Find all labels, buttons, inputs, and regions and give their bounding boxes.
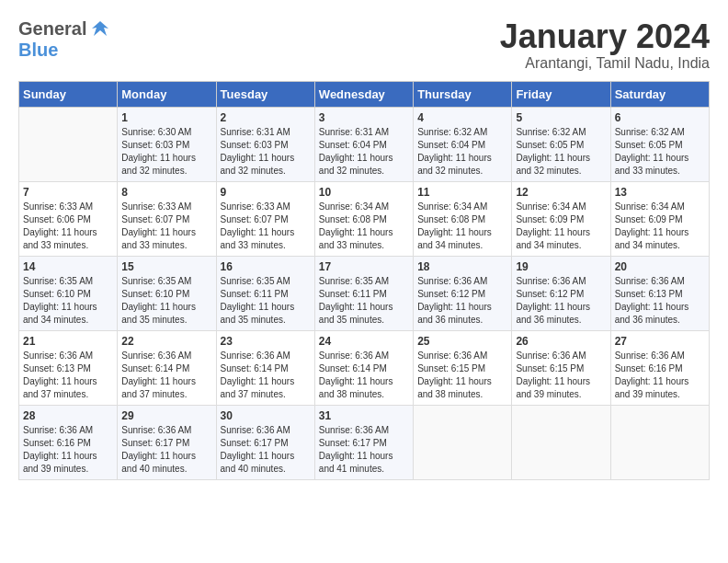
- day-info: Sunrise: 6:36 AMSunset: 6:15 PMDaylight:…: [417, 350, 507, 401]
- day-number: 30: [221, 409, 311, 422]
- day-info: Sunrise: 6:32 AMSunset: 6:05 PMDaylight:…: [516, 126, 606, 178]
- calendar-cell: 11Sunrise: 6:34 AMSunset: 6:08 PMDayligh…: [414, 181, 512, 256]
- day-number: 16: [221, 260, 311, 273]
- day-info: Sunrise: 6:34 AMSunset: 6:08 PMDaylight:…: [319, 201, 409, 252]
- day-number: 17: [319, 260, 409, 273]
- calendar-cell: 24Sunrise: 6:36 AMSunset: 6:14 PMDayligh…: [314, 330, 413, 405]
- calendar-header-row: SundayMondayTuesdayWednesdayThursdayFrid…: [19, 81, 710, 107]
- calendar-cell: 13Sunrise: 6:34 AMSunset: 6:09 PMDayligh…: [610, 181, 709, 256]
- day-number: 5: [516, 111, 606, 124]
- calendar-cell: 6Sunrise: 6:32 AMSunset: 6:05 PMDaylight…: [610, 107, 709, 181]
- day-info: Sunrise: 6:36 AMSunset: 6:17 PMDaylight:…: [319, 424, 409, 476]
- calendar-title-area: January 2024 Arantangi, Tamil Nadu, Indi…: [500, 18, 710, 72]
- calendar-cell: 26Sunrise: 6:36 AMSunset: 6:15 PMDayligh…: [512, 330, 610, 405]
- calendar-week-row: 7Sunrise: 6:33 AMSunset: 6:06 PMDaylight…: [19, 181, 710, 256]
- calendar-table: SundayMondayTuesdayWednesdayThursdayFrid…: [18, 81, 710, 480]
- calendar-cell: 30Sunrise: 6:36 AMSunset: 6:17 PMDayligh…: [216, 405, 314, 479]
- day-info: Sunrise: 6:36 AMSunset: 6:14 PMDaylight:…: [221, 350, 311, 401]
- calendar-cell: 29Sunrise: 6:36 AMSunset: 6:17 PMDayligh…: [118, 405, 216, 479]
- day-info: Sunrise: 6:33 AMSunset: 6:07 PMDaylight:…: [121, 201, 211, 252]
- day-info: Sunrise: 6:36 AMSunset: 6:12 PMDaylight:…: [516, 275, 606, 327]
- calendar-cell: 31Sunrise: 6:36 AMSunset: 6:17 PMDayligh…: [314, 405, 413, 479]
- day-number: 3: [319, 111, 409, 124]
- day-number: 2: [221, 111, 311, 124]
- day-info: Sunrise: 6:36 AMSunset: 6:12 PMDaylight:…: [417, 275, 507, 327]
- day-number: 1: [121, 111, 211, 124]
- col-header-saturday: Saturday: [610, 81, 709, 107]
- day-info: Sunrise: 6:33 AMSunset: 6:06 PMDaylight:…: [23, 201, 113, 252]
- calendar-cell: 23Sunrise: 6:36 AMSunset: 6:14 PMDayligh…: [216, 330, 314, 405]
- day-number: 14: [23, 260, 113, 273]
- calendar-cell: 25Sunrise: 6:36 AMSunset: 6:15 PMDayligh…: [414, 330, 512, 405]
- calendar-cell: 27Sunrise: 6:36 AMSunset: 6:16 PMDayligh…: [610, 330, 709, 405]
- calendar-cell: 8Sunrise: 6:33 AMSunset: 6:07 PMDaylight…: [118, 181, 216, 256]
- day-info: Sunrise: 6:36 AMSunset: 6:14 PMDaylight:…: [121, 350, 211, 401]
- day-info: Sunrise: 6:34 AMSunset: 6:08 PMDaylight:…: [417, 201, 507, 252]
- day-info: Sunrise: 6:36 AMSunset: 6:14 PMDaylight:…: [319, 350, 409, 401]
- calendar-cell: [512, 405, 610, 479]
- day-info: Sunrise: 6:36 AMSunset: 6:16 PMDaylight:…: [615, 350, 705, 401]
- day-info: Sunrise: 6:36 AMSunset: 6:17 PMDaylight:…: [121, 424, 211, 476]
- day-info: Sunrise: 6:36 AMSunset: 6:13 PMDaylight:…: [615, 275, 705, 327]
- col-header-wednesday: Wednesday: [314, 81, 413, 107]
- day-info: Sunrise: 6:35 AMSunset: 6:10 PMDaylight:…: [23, 275, 113, 327]
- col-header-friday: Friday: [512, 81, 610, 107]
- day-number: 21: [23, 335, 113, 348]
- col-header-thursday: Thursday: [414, 81, 512, 107]
- day-number: 15: [121, 260, 211, 273]
- day-info: Sunrise: 6:32 AMSunset: 6:04 PMDaylight:…: [417, 126, 507, 178]
- calendar-cell: 16Sunrise: 6:35 AMSunset: 6:11 PMDayligh…: [216, 256, 314, 330]
- day-number: 24: [319, 335, 409, 348]
- calendar-cell: [610, 405, 709, 479]
- day-number: 27: [615, 335, 705, 348]
- day-info: Sunrise: 6:30 AMSunset: 6:03 PMDaylight:…: [121, 126, 211, 178]
- day-number: 12: [516, 186, 606, 199]
- page-header: General Blue January 2024 Arantangi, Tam…: [18, 18, 710, 72]
- day-info: Sunrise: 6:32 AMSunset: 6:05 PMDaylight:…: [615, 126, 705, 178]
- calendar-cell: 28Sunrise: 6:36 AMSunset: 6:16 PMDayligh…: [19, 405, 118, 479]
- calendar-cell: 10Sunrise: 6:34 AMSunset: 6:08 PMDayligh…: [314, 181, 413, 256]
- day-number: 20: [615, 260, 705, 273]
- day-info: Sunrise: 6:36 AMSunset: 6:15 PMDaylight:…: [516, 350, 606, 401]
- calendar-week-row: 14Sunrise: 6:35 AMSunset: 6:10 PMDayligh…: [19, 256, 710, 330]
- calendar-cell: 19Sunrise: 6:36 AMSunset: 6:12 PMDayligh…: [512, 256, 610, 330]
- day-number: 19: [516, 260, 606, 273]
- logo-bird-icon: [90, 19, 110, 40]
- calendar-cell: 9Sunrise: 6:33 AMSunset: 6:07 PMDaylight…: [216, 181, 314, 256]
- calendar-cell: 15Sunrise: 6:35 AMSunset: 6:10 PMDayligh…: [118, 256, 216, 330]
- calendar-cell: [19, 107, 118, 181]
- day-info: Sunrise: 6:36 AMSunset: 6:16 PMDaylight:…: [23, 424, 113, 476]
- day-info: Sunrise: 6:31 AMSunset: 6:03 PMDaylight:…: [221, 126, 311, 178]
- calendar-cell: 21Sunrise: 6:36 AMSunset: 6:13 PMDayligh…: [19, 330, 118, 405]
- calendar-cell: 3Sunrise: 6:31 AMSunset: 6:04 PMDaylight…: [314, 107, 413, 181]
- day-number: 28: [23, 409, 113, 422]
- day-info: Sunrise: 6:34 AMSunset: 6:09 PMDaylight:…: [516, 201, 606, 252]
- day-info: Sunrise: 6:34 AMSunset: 6:09 PMDaylight:…: [615, 201, 705, 252]
- day-number: 29: [121, 409, 211, 422]
- day-number: 7: [23, 186, 113, 199]
- day-info: Sunrise: 6:35 AMSunset: 6:11 PMDaylight:…: [221, 275, 311, 327]
- day-info: Sunrise: 6:35 AMSunset: 6:11 PMDaylight:…: [319, 275, 409, 327]
- calendar-title: January 2024: [500, 18, 710, 55]
- day-number: 9: [221, 186, 311, 199]
- col-header-sunday: Sunday: [19, 81, 118, 107]
- logo-general: General: [18, 18, 86, 40]
- logo: General Blue: [18, 18, 110, 61]
- calendar-cell: 1Sunrise: 6:30 AMSunset: 6:03 PMDaylight…: [118, 107, 216, 181]
- col-header-tuesday: Tuesday: [216, 81, 314, 107]
- calendar-cell: 7Sunrise: 6:33 AMSunset: 6:06 PMDaylight…: [19, 181, 118, 256]
- calendar-cell: 17Sunrise: 6:35 AMSunset: 6:11 PMDayligh…: [314, 256, 413, 330]
- day-number: 13: [615, 186, 705, 199]
- calendar-cell: 5Sunrise: 6:32 AMSunset: 6:05 PMDaylight…: [512, 107, 610, 181]
- day-number: 25: [417, 335, 507, 348]
- calendar-cell: [414, 405, 512, 479]
- day-number: 18: [417, 260, 507, 273]
- calendar-week-row: 28Sunrise: 6:36 AMSunset: 6:16 PMDayligh…: [19, 405, 710, 479]
- svg-marker-0: [92, 21, 108, 36]
- calendar-cell: 2Sunrise: 6:31 AMSunset: 6:03 PMDaylight…: [216, 107, 314, 181]
- calendar-week-row: 21Sunrise: 6:36 AMSunset: 6:13 PMDayligh…: [19, 330, 710, 405]
- day-number: 26: [516, 335, 606, 348]
- day-number: 23: [221, 335, 311, 348]
- calendar-body: 1Sunrise: 6:30 AMSunset: 6:03 PMDaylight…: [19, 107, 710, 479]
- day-info: Sunrise: 6:36 AMSunset: 6:13 PMDaylight:…: [23, 350, 113, 401]
